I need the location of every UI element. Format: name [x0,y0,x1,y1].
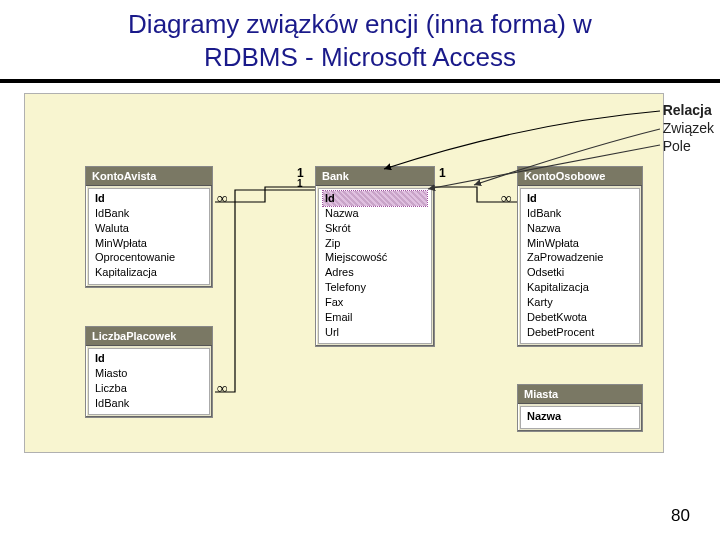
field[interactable]: Fax [323,295,427,310]
field[interactable]: IdBank [93,396,205,411]
entity-header[interactable]: LiczbaPlacowek [86,327,212,346]
entity-header[interactable]: Bank [316,167,434,186]
cardinality-one: 1 [297,178,303,189]
field-id[interactable]: Id [525,191,635,206]
cardinality-one: 1 [439,166,446,180]
field[interactable]: IdBank [525,206,635,221]
slide-title-area: Diagramy związków encji (inna forma) w R… [0,0,720,77]
entity-body: Id IdBank Waluta MinWpłata Oprocentowani… [88,188,210,285]
entity-header[interactable]: Miasta [518,385,642,404]
entity-kontoavista[interactable]: KontoAvista Id IdBank Waluta MinWpłata O… [85,166,213,288]
field[interactable]: Waluta [93,221,205,236]
cardinality-many: ∞ [217,190,228,207]
legend-zwiazek: Związek [663,119,714,137]
field[interactable]: Miasto [93,366,205,381]
page-number: 80 [671,506,690,526]
field[interactable]: Odsetki [525,265,635,280]
cardinality-many: ∞ [217,380,228,397]
field-id[interactable]: Id [93,351,205,366]
legend-relacja: Relacja [663,101,714,119]
field[interactable]: MinWpłata [93,236,205,251]
field[interactable]: Skrót [323,221,427,236]
field[interactable]: Telefony [323,280,427,295]
field[interactable]: Email [323,310,427,325]
field[interactable]: Url [323,325,427,340]
field[interactable]: DebetKwota [525,310,635,325]
entity-body: Id Miasto Liczba IdBank [88,348,210,415]
entity-header[interactable]: KontoAvista [86,167,212,186]
field[interactable]: Karty [525,295,635,310]
field[interactable]: Oprocentowanie [93,250,205,265]
cardinality-many: ∞ [501,190,512,207]
relationships-canvas: 1 ∞ 1 ∞ 1 ∞ KontoAvista Id IdBank Waluta… [24,93,664,453]
slide-title: Diagramy związków encji (inna forma) w R… [40,8,680,73]
field-id[interactable]: Id [93,191,205,206]
field[interactable]: Nazwa [323,206,427,221]
entity-header[interactable]: KontoOsobowe [518,167,642,186]
field[interactable]: Nazwa [525,221,635,236]
field[interactable]: IdBank [93,206,205,221]
entity-body: Id IdBank Nazwa MinWpłata ZaProwadzenie … [520,188,640,344]
entity-body: Nazwa [520,406,640,429]
field[interactable]: ZaProwadzenie [525,250,635,265]
title-underline [0,79,720,83]
entity-miasta[interactable]: Miasta Nazwa [517,384,643,432]
field[interactable]: Miejscowość [323,250,427,265]
field[interactable]: Liczba [93,381,205,396]
field[interactable]: DebetProcent [525,325,635,340]
field[interactable]: Kapitalizacja [93,265,205,280]
field[interactable]: Nazwa [525,409,635,424]
entity-bank[interactable]: Bank Id Nazwa Skrót Zip Miejscowość Adre… [315,166,435,347]
entity-liczbaplacowek[interactable]: LiczbaPlacowek Id Miasto Liczba IdBank [85,326,213,418]
legend: Relacja Związek Pole [663,101,714,156]
field[interactable]: MinWpłata [525,236,635,251]
field-id-selected[interactable]: Id [323,191,427,206]
title-line-2: RDBMS - Microsoft Access [204,42,516,72]
entity-kontoosobowe[interactable]: KontoOsobowe Id IdBank Nazwa MinWpłata Z… [517,166,643,347]
field[interactable]: Adres [323,265,427,280]
legend-pole: Pole [663,137,714,155]
field[interactable]: Kapitalizacja [525,280,635,295]
entity-body: Id Nazwa Skrót Zip Miejscowość Adres Tel… [318,188,432,344]
diagram-wrap: 1 ∞ 1 ∞ 1 ∞ KontoAvista Id IdBank Waluta… [24,93,696,493]
title-line-1: Diagramy związków encji (inna forma) w [128,9,592,39]
field[interactable]: Zip [323,236,427,251]
